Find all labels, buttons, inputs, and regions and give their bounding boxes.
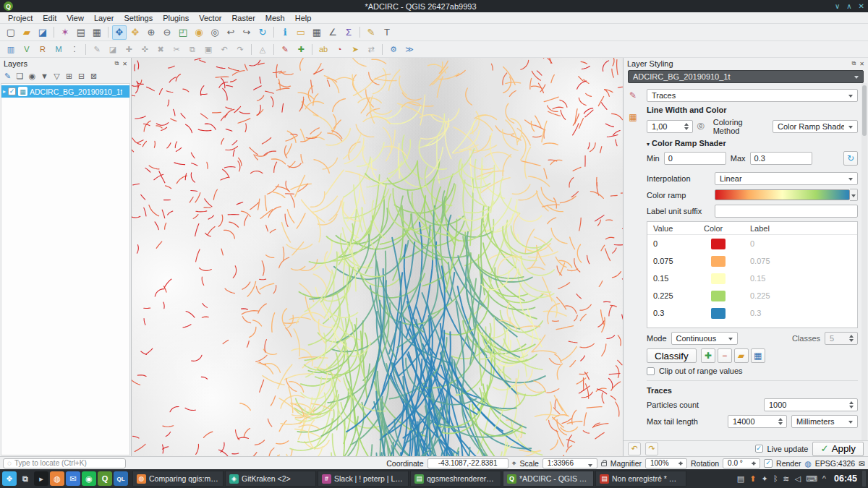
qgis-ltr-launcher-icon[interactable]: QL [114,471,128,486]
live-update-checkbox[interactable]: ✓ [755,445,763,453]
save-edits-icon[interactable]: ◪ [106,42,120,56]
text-annotation-icon[interactable]: T [380,25,394,40]
taskbar-window-slack[interactable]: #Slack | ! peterp | Lutr... [318,471,409,487]
menu-view[interactable]: View [61,12,89,24]
coordinate-input[interactable]: -43.1087,-22.8381 [427,458,509,468]
minimize-button[interactable]: ∨ [835,3,840,10]
bluetooth-icon[interactable]: ᛒ [773,474,778,483]
mesh-renderer-selector[interactable]: Traces [647,89,858,102]
layer-diagram-icon[interactable]: ◔ [332,42,346,56]
menu-settings[interactable]: Settings [119,12,158,24]
add-class-icon[interactable]: ✚ [701,348,715,363]
new-project-icon[interactable]: ▢ [4,25,18,40]
scale-selector[interactable]: 1:33966 [542,458,597,468]
copy-features-icon[interactable]: ⧉ [185,42,200,56]
close-panel-icon[interactable]: ✕ [122,61,127,67]
spotify-icon[interactable]: ◉ [82,471,96,486]
taskbar-window-qgis[interactable]: Q*ADCIRC - QGIS 26427... [503,471,594,487]
color-class-row[interactable]: 0.150.15 [647,270,857,287]
layout-manager-icon[interactable]: ▦ [90,25,104,40]
style-manager-icon[interactable]: ✶ [58,25,72,40]
classes-spinbox[interactable]: 5 [825,332,858,345]
magnifier-spinbox[interactable]: 100% [645,458,687,468]
line-width-spinbox[interactable]: 1,00 [647,120,693,133]
data-defined-override-icon[interactable]: ⓔ [697,121,705,132]
color-ramp-preview[interactable] [715,189,850,200]
measure-icon[interactable]: ∠ [326,25,340,40]
open-project-icon[interactable]: ▰ [20,25,34,40]
clip-checkbox[interactable]: ✓ [647,367,655,375]
identify-features-icon[interactable]: ℹ [278,25,292,40]
taskbar-window-gitkraken[interactable]: ◈GitKraken <2> [225,471,316,487]
new-annotation-icon[interactable]: ✎ [278,42,292,56]
undo-icon[interactable]: ↶ [217,42,231,56]
update-notifier-icon[interactable]: ⬆ [749,474,756,484]
pin-labels-icon[interactable]: ➤ [348,42,362,56]
styling-layer-selector[interactable]: ADCIRC_BG_20190910_1t [628,70,864,83]
add-delimited-text-icon[interactable]: ⁚ [67,42,82,56]
float-panel-icon[interactable]: ⧉ [115,60,119,67]
add-raster-layer-icon[interactable]: R [35,42,50,56]
menu-mesh[interactable]: Mesh [260,12,290,24]
vertex-tool-icon[interactable]: ✜ [137,42,152,56]
open-attribute-table-icon[interactable]: ▦ [310,25,324,40]
max-input[interactable]: 0.3 [750,152,812,165]
rotation-spinbox[interactable]: 0.0 ° [723,458,760,468]
data-source-manager-icon[interactable]: ▥ [4,42,18,56]
refresh-map-icon[interactable]: ↻ [255,25,270,40]
render-checkbox[interactable]: ✓ [764,459,773,468]
kmail-icon[interactable]: ✉ [66,471,80,486]
zoom-full-icon[interactable]: ◰ [176,25,190,40]
zoom-to-selection-icon[interactable]: ◉ [192,25,206,40]
new-print-layout-icon[interactable]: ▤ [74,25,88,40]
color-class-row[interactable]: 0.30.3 [647,304,857,322]
kdeconnect-icon[interactable]: ✦ [761,474,767,484]
coloring-method-selector[interactable]: Color Ramp Shader [773,120,858,133]
style-undo-icon[interactable]: ↶ [628,442,641,455]
color-class-row[interactable]: 0.0750.075 [647,252,857,270]
menu-help[interactable]: Help [290,12,317,24]
color-class-row[interactable]: 0.2250.225 [647,287,857,304]
messages-icon[interactable]: ✉ [859,459,865,468]
class-color-swatch[interactable] [711,256,726,267]
menu-plugins[interactable]: Plugins [158,12,194,24]
menu-layer[interactable]: Layer [89,12,119,24]
mode-selector[interactable]: Continuous [671,332,738,345]
add-group-icon[interactable]: ❏ [14,70,26,82]
layer-item-adcirc[interactable]: ▸ ✓ ▦ ADCIRC_BG_20190910_1t [1,85,129,98]
delete-selected-icon[interactable]: ✖ [153,42,168,56]
paste-features-icon[interactable]: ▣ [201,42,216,56]
move-label-icon[interactable]: ⇄ [364,42,378,56]
menu-raster[interactable]: Raster [226,12,260,24]
menu-project[interactable]: Project [3,12,38,24]
add-mesh-layer-icon[interactable]: M [51,42,66,56]
zoom-last-icon[interactable]: ↩ [224,25,238,40]
select-features-icon[interactable]: ▭ [294,25,308,40]
menu-vector[interactable]: Vector [194,12,226,24]
class-color-swatch[interactable] [711,308,726,319]
processing-toolbox-icon[interactable]: ⚙ [386,42,401,56]
statistical-summary-icon[interactable]: Σ [341,25,356,40]
zoom-next-icon[interactable]: ↪ [239,25,254,40]
map-tips-icon[interactable]: ✎ [364,25,378,40]
taskbar-window-libreoffice[interactable]: ▤Non enregistré * — Sp... [595,471,686,487]
app-launcher-icon[interactable]: ❖ [2,471,17,486]
maximize-button[interactable]: ∧ [846,3,851,10]
min-input[interactable]: 0 [664,152,726,165]
class-color-swatch[interactable] [711,291,726,301]
styling-scrollbar[interactable] [861,83,867,440]
apply-button[interactable]: ✓ Apply [812,442,864,456]
show-desktop-button[interactable] [862,471,866,487]
layer-labeling-icon[interactable]: ab [316,42,331,56]
toggle-editing-icon[interactable]: ✎ [90,42,104,56]
color-class-row[interactable]: 00 [647,235,857,252]
network-icon[interactable]: ≋ [783,474,789,484]
add-feature-icon[interactable]: ✚ [122,42,136,56]
volume-icon[interactable]: ◁ [794,474,800,484]
close-panel-icon[interactable]: ✕ [859,61,864,67]
taskbar-window-firefox[interactable]: ◍Comparing qgis:mast... [132,471,224,487]
interpolation-selector[interactable]: Linear [715,172,858,185]
extent-icon[interactable]: ⌖ [512,458,516,468]
zoom-to-layer-icon[interactable]: ◎ [208,25,222,40]
tail-length-unit-selector[interactable]: Millimeters [791,415,858,428]
